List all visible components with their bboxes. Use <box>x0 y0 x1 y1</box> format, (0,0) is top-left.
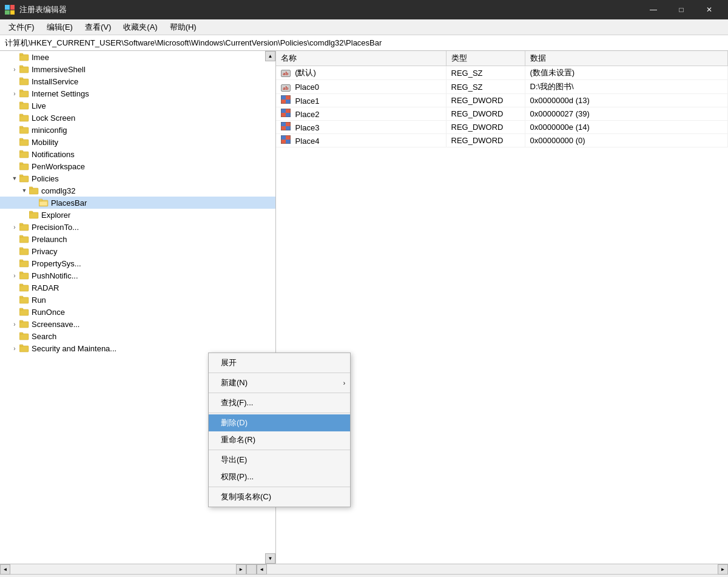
cell-data: 0x0000000d (13) <box>525 94 728 107</box>
tree-item-miniconfig[interactable]: miniconfig <box>0 124 275 136</box>
table-row[interactable]: Place2 REG_DWORD 0x00000027 (39) <box>276 107 728 121</box>
svg-rect-58 <box>281 113 286 117</box>
cell-type: REG_SZ <box>446 66 525 80</box>
folder-icon <box>19 162 29 170</box>
tree-item-radar[interactable]: RADAR <box>0 282 275 294</box>
svg-rect-0 <box>19 55 29 61</box>
tree-item-screensaver[interactable]: › Screensave... <box>0 318 275 330</box>
svg-rect-39 <box>19 285 29 291</box>
svg-rect-16 <box>19 152 29 158</box>
menu-file[interactable]: 文件(F) <box>2 19 41 35</box>
app-title: 注册表编辑器 <box>19 4 639 15</box>
tree-item-internet-settings[interactable]: › Internet Settings <box>0 87 275 100</box>
ctx-expand[interactable]: 展开 <box>209 354 350 371</box>
folder-icon <box>19 150 29 158</box>
folder-icon <box>19 344 29 353</box>
menu-favorites[interactable]: 收藏夹(A) <box>117 19 163 35</box>
dword-icon <box>281 122 291 130</box>
tree-label: Run <box>32 295 46 305</box>
folder-icon <box>19 308 29 316</box>
svg-rect-22 <box>29 188 38 194</box>
tree-item-installservice[interactable]: InstallService <box>0 75 275 87</box>
svg-rect-29 <box>19 224 29 231</box>
tree-item-imee[interactable]: Imee <box>0 51 275 63</box>
tree-item-penworkspace[interactable]: PenWorkspace <box>0 160 275 172</box>
tree-item-run[interactable]: Run <box>0 294 275 306</box>
scroll-down-button[interactable]: ▼ <box>265 553 275 564</box>
tree-item-mobility[interactable]: Mobility <box>0 136 275 148</box>
folder-icon <box>19 320 29 328</box>
cell-name: ab (默认) <box>276 66 446 80</box>
ab-icon: ab <box>281 70 291 77</box>
tree-item-prelaunch[interactable]: Prelaunch <box>0 233 275 245</box>
svg-rect-44 <box>19 308 23 310</box>
svg-rect-64 <box>286 126 291 130</box>
tree-label: miniconfig <box>32 126 67 135</box>
tree-item-policies[interactable]: ▼ Policies <box>0 172 275 184</box>
bottom-scroll-area: ◄ ► ◄ ► <box>0 564 728 574</box>
table-row[interactable]: ab (默认) REG_SZ (数值未设置) <box>276 66 728 80</box>
table-row[interactable]: Place4 REG_DWORD 0x00000000 (0) <box>276 134 728 147</box>
maximize-button[interactable]: □ <box>667 0 695 19</box>
tree-item-precisionto[interactable]: › PrecisionTo... <box>0 221 275 233</box>
cell-data: (数值未设置) <box>525 66 728 80</box>
svg-rect-68 <box>281 140 286 144</box>
svg-rect-59 <box>286 113 291 117</box>
tree-item-immersiveshell[interactable]: › ImmersiveShell <box>0 63 275 75</box>
tree-label: InstallService <box>32 77 78 86</box>
menu-view[interactable]: 查看(V) <box>79 19 117 35</box>
svg-rect-40 <box>19 284 23 286</box>
minimize-button[interactable]: — <box>639 0 667 19</box>
tree-item-propertysys[interactable]: PropertySys... <box>0 257 275 269</box>
tree-item-explorer[interactable]: Explorer <box>0 209 275 221</box>
scroll-up-button[interactable]: ▲ <box>265 51 275 61</box>
tree-item-pushnotific[interactable]: › PushNotific... <box>0 269 275 282</box>
ctx-permissions[interactable]: 权限(P)... <box>209 468 350 485</box>
svg-rect-21 <box>19 175 23 177</box>
tree-item-notifications[interactable]: Notifications <box>0 148 275 160</box>
ctx-find[interactable]: 查找(F)... <box>209 394 350 411</box>
menu-help[interactable]: 帮助(H) <box>164 19 203 35</box>
scroll-left-button2[interactable]: ◄ <box>257 564 267 575</box>
svg-rect-53 <box>281 100 286 104</box>
svg-rect-20 <box>19 176 29 182</box>
folder-icon <box>19 113 29 122</box>
close-button[interactable]: ✕ <box>695 0 723 19</box>
svg-rect-8 <box>19 103 29 109</box>
table-row[interactable]: Place3 REG_DWORD 0x0000000e (14) <box>276 121 728 134</box>
ctx-copy-name[interactable]: 复制项名称(C) <box>209 488 350 505</box>
submenu-arrow-icon: › <box>343 380 345 386</box>
tree-item-lock-screen[interactable]: Lock Screen <box>0 112 275 124</box>
tree-label: PropertySys... <box>32 259 81 268</box>
tree-item-privacy[interactable]: Privacy <box>0 245 275 257</box>
context-menu: 展开 新建(N) › 查找(F)... 删除(D) 重命名(R) 导出(E) 权… <box>208 353 351 507</box>
scroll-left-button[interactable]: ◄ <box>0 564 10 575</box>
table-row[interactable]: Place1 REG_DWORD 0x0000000d (13) <box>276 94 728 107</box>
svg-rect-28 <box>29 211 33 213</box>
tree-label: PrecisionTo... <box>32 223 79 232</box>
ctx-delete[interactable]: 删除(D) <box>209 414 350 431</box>
menu-edit[interactable]: 编辑(E) <box>41 19 79 35</box>
svg-rect-15 <box>19 138 23 140</box>
cell-type: REG_DWORD <box>446 107 525 121</box>
ctx-rename[interactable]: 重命名(R) <box>209 431 350 448</box>
tree-item-comdlg32[interactable]: ▼ comdlg32 <box>0 184 275 197</box>
ctx-new[interactable]: 新建(N) › <box>209 374 350 391</box>
scroll-right-button[interactable]: ► <box>236 564 246 575</box>
ctx-separator <box>209 487 350 487</box>
ctx-export[interactable]: 导出(E) <box>209 451 350 468</box>
ab-icon: ab <box>281 84 291 92</box>
scroll-right-button2[interactable]: ► <box>718 564 728 575</box>
tree-item-runonce[interactable]: RunOnce <box>0 306 275 318</box>
table-row[interactable]: ab Place0 REG_SZ D:\我的图书\ <box>276 80 728 94</box>
tree-item-placesbar[interactable]: PlacesBar <box>0 197 275 209</box>
tree-item-search[interactable]: Search <box>0 330 275 342</box>
svg-rect-52 <box>286 95 291 100</box>
tree-item-live[interactable]: Live <box>0 100 275 112</box>
svg-rect-23 <box>29 187 33 189</box>
expand-icon: › <box>10 66 19 73</box>
svg-rect-34 <box>19 248 23 249</box>
expand-icon: ▼ <box>10 175 19 181</box>
folder-icon <box>19 53 29 61</box>
folder-icon <box>19 77 29 86</box>
